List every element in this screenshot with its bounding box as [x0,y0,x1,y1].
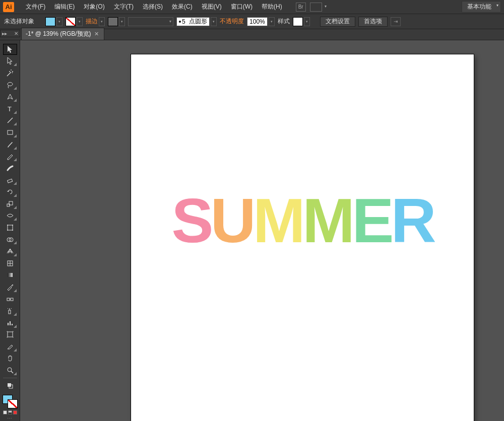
hand-tool[interactable] [3,353,17,364]
toolbox-divider [3,378,17,378]
svg-point-10 [7,230,8,231]
menu-object[interactable]: 对象(O) [79,1,109,13]
document-tab-strip: -1* @ 139% (RGB/预览) ✕ [0,29,504,40]
workspace-switcher[interactable]: 基本功能 [462,1,501,13]
svg-rect-7 [8,225,13,230]
line-segment-tool[interactable] [3,115,17,126]
svg-rect-17 [11,298,13,301]
svg-rect-16 [7,298,10,301]
menu-help[interactable]: 帮助(H) [257,1,287,13]
background-color[interactable] [8,399,18,408]
app-logo: Ai [3,2,14,12]
opacity-field[interactable]: 100% [247,17,268,26]
scale-tool[interactable] [3,198,17,209]
width-tool[interactable] [3,210,17,222]
opacity-dd[interactable]: ▾ [269,17,275,26]
slice-tool[interactable] [3,341,17,352]
arrange-documents-button[interactable] [310,3,322,12]
fill-dropdown[interactable]: ▾ [56,17,62,26]
lasso-tool[interactable] [3,80,17,91]
menu-edit[interactable]: 编辑(E) [50,1,79,13]
svg-point-23 [8,368,12,372]
zoom-tool[interactable] [3,365,17,376]
menu-bar: Ai 文件(F) 编辑(E) 对象(O) 文字(T) 选择(S) 效果(C) 视… [0,0,504,14]
stroke-label[interactable]: 描边 [86,17,98,26]
svg-rect-20 [10,321,11,325]
menu-file[interactable]: 文件(F) [21,1,50,13]
opacity-label[interactable]: 不透明度 [220,17,244,26]
svg-rect-19 [8,323,9,325]
svg-rect-22 [8,332,13,337]
letter-e: E [352,184,391,256]
preferences-button[interactable]: 首选项 [358,17,388,27]
pen-tool[interactable] [3,91,17,102]
magic-wand-tool[interactable] [3,67,17,79]
svg-rect-15 [8,273,13,277]
artboard-tool[interactable] [3,329,17,340]
document-tab[interactable]: -1* @ 139% (RGB/预览) ✕ [21,28,104,40]
menu-type[interactable]: 文字(T) [109,1,138,13]
brush-definition-dd[interactable]: ▾ [211,17,217,26]
free-transform-tool[interactable] [3,222,17,233]
stroke-weight-box[interactable] [108,17,118,26]
fill-stroke-indicator[interactable] [3,395,18,409]
stroke-weight-down[interactable]: ▾ [99,17,105,26]
stroke-swatch[interactable] [66,17,76,26]
letter-s: S [171,184,210,256]
document-setup-button[interactable]: 文档设置 [320,17,355,27]
toggle-fill-stroke-icon[interactable] [3,380,17,391]
column-graph-tool[interactable] [3,317,17,328]
eraser-tool[interactable] [3,175,17,186]
graphic-style-swatch[interactable] [293,17,303,26]
variable-width-profile[interactable] [128,17,173,26]
artboard[interactable]: SUMMER [131,54,474,421]
fill-swatch[interactable] [45,17,55,26]
close-icon[interactable]: ✕ [14,31,18,36]
svg-rect-3 [8,130,13,134]
eyedropper-tool[interactable] [3,282,17,293]
menu-select[interactable]: 选择(S) [138,1,167,13]
panel-collapse-handle[interactable]: ▸▸ ✕ [0,30,20,37]
letter-m1: M [253,184,302,256]
perspective-grid-tool[interactable] [3,246,17,257]
rotate-tool[interactable] [3,186,17,197]
letter-u: U [211,184,253,256]
svg-line-2 [8,118,13,123]
gradient-tool[interactable] [3,270,17,281]
paintbrush-tool[interactable] [3,139,17,150]
blend-tool[interactable] [3,294,17,305]
svg-point-0 [8,82,13,86]
svg-line-24 [11,371,13,373]
svg-rect-18 [9,310,11,314]
menu-view[interactable]: 视图(V) [197,1,226,13]
mesh-tool[interactable] [3,258,17,269]
symbol-sprayer-tool[interactable] [3,305,17,316]
pencil-tool[interactable] [3,151,17,162]
svg-point-8 [7,225,8,226]
canvas-area[interactable]: SUMMER [20,40,504,421]
direct-selection-tool[interactable] [3,56,17,67]
type-tool[interactable]: T [3,103,17,114]
screen-mode-dots[interactable]: ⋯ [7,415,13,421]
document-tab-title: -1* @ 139% (RGB/预览) [26,30,91,38]
svg-point-9 [12,225,13,226]
document-tab-close-icon[interactable]: ✕ [94,31,99,37]
shape-builder-tool[interactable] [3,234,17,245]
bridge-button[interactable]: Br [296,3,306,12]
isolate-icon[interactable]: ⇥ [391,17,401,26]
menu-window[interactable]: 窗口(W) [226,1,257,13]
graphic-style-dd[interactable]: ▾ [304,17,310,26]
toolbox: T [0,40,20,421]
selection-tool[interactable] [3,44,17,55]
expand-icon: ▸▸ [2,31,7,36]
letter-r: R [391,184,433,256]
artwork-text[interactable]: SUMMER [171,184,433,256]
brush-definition[interactable]: 5 点圆形 [176,17,210,26]
color-mode-swatches[interactable] [3,410,17,414]
stroke-swatch-dropdown[interactable]: ▾ [77,17,83,26]
rectangle-tool[interactable] [3,127,17,138]
blob-brush-tool[interactable] [3,163,17,174]
menu-effect[interactable]: 效果(C) [167,1,197,13]
control-bar: 未选择对象 ▾ ▾ 描边 ▾ ▾ 5 点圆形 ▾ 不透明度 100% ▾ 样式 … [0,14,504,29]
stroke-weight-dd[interactable]: ▾ [119,17,125,26]
